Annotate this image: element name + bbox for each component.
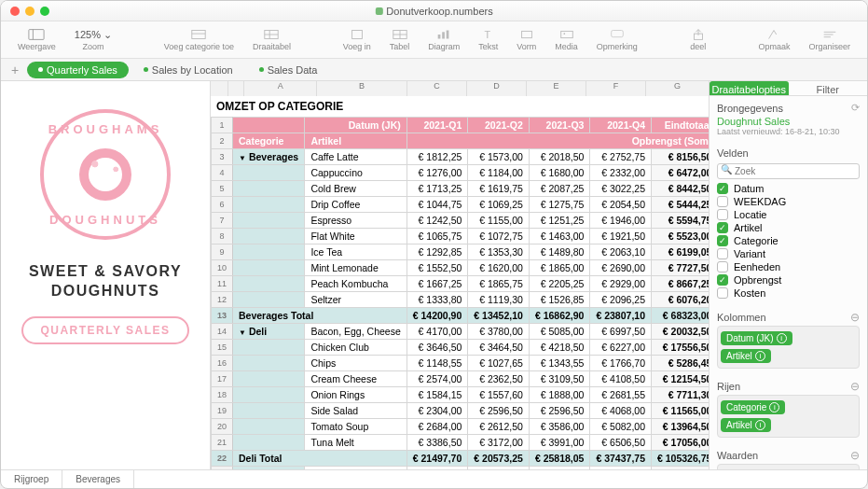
media-button[interactable]: Media xyxy=(555,28,578,51)
comment-button[interactable]: Opmerking xyxy=(597,28,638,51)
cell[interactable]: € 1065,75 xyxy=(406,229,468,244)
cell[interactable]: Opbrengst (Som) xyxy=(406,133,709,149)
add-category-button[interactable]: Voeg categorie toe xyxy=(164,28,234,51)
format-button[interactable]: Opmaak xyxy=(758,28,790,51)
cell[interactable]: € 2332,00 xyxy=(590,165,652,181)
cell[interactable]: € 1680,00 xyxy=(529,165,590,181)
cell[interactable]: € 1044,75 xyxy=(406,197,468,213)
cell[interactable]: € 2752,75 xyxy=(590,149,652,165)
cell[interactable] xyxy=(233,340,305,356)
fields-search-input[interactable] xyxy=(717,163,860,179)
cell[interactable]: € 5523,00 xyxy=(652,229,710,244)
minimize-icon[interactable] xyxy=(25,7,34,16)
cell[interactable]: € 3780,00 xyxy=(468,324,530,340)
cell[interactable]: € 1242,50 xyxy=(406,213,468,229)
footer-beverages[interactable]: Beverages xyxy=(62,470,134,488)
cell[interactable] xyxy=(233,181,305,197)
cell[interactable] xyxy=(233,276,305,292)
cell[interactable]: € 1184,00 xyxy=(468,165,530,181)
cell[interactable]: € 2087,25 xyxy=(529,181,590,197)
cell[interactable]: € 6199,05 xyxy=(652,244,710,260)
cell[interactable]: 2021-Q4 xyxy=(590,118,652,133)
cell[interactable]: Eindtotaal xyxy=(652,118,710,133)
cell[interactable] xyxy=(233,244,305,260)
refresh-icon[interactable]: ⟳ xyxy=(851,102,860,114)
shape-button[interactable]: Vorm xyxy=(517,28,536,51)
pill[interactable]: Artikel i xyxy=(721,349,771,363)
cell[interactable]: € 8442,50 xyxy=(652,181,710,197)
cell[interactable]: € 3586,00 xyxy=(529,419,590,435)
cell[interactable]: € 3991,00 xyxy=(529,435,590,451)
cell[interactable]: € 1946,00 xyxy=(590,213,652,229)
cell[interactable]: 2021-Q2 xyxy=(468,118,530,133)
cell[interactable]: € 1620,00 xyxy=(468,260,530,276)
cell[interactable]: Artikel xyxy=(305,133,406,149)
cell[interactable]: € 3172,00 xyxy=(468,435,530,451)
cell[interactable]: € 1251,25 xyxy=(529,213,590,229)
text-button[interactable]: T Tekst xyxy=(478,28,498,51)
cell[interactable]: € 3464,50 xyxy=(468,340,530,356)
cell[interactable]: € 2574,00 xyxy=(406,371,468,387)
cell[interactable]: € 4218,50 xyxy=(529,340,590,356)
field-variant[interactable]: Variant xyxy=(717,247,860,260)
cell[interactable]: Bacon, Egg, Cheese xyxy=(305,324,406,340)
cell[interactable]: € 2596,50 xyxy=(529,403,590,419)
footer-rowgroup[interactable]: Rijgroep xyxy=(1,470,62,488)
cell[interactable]: € 1667,25 xyxy=(406,276,468,292)
cell[interactable]: Ice Tea xyxy=(305,244,406,260)
field-kosten[interactable]: Kosten xyxy=(717,286,860,300)
cell[interactable]: € 17056,00 xyxy=(652,435,710,451)
add-sheet-button[interactable]: + xyxy=(7,63,23,77)
field-locatie[interactable]: Locatie xyxy=(717,208,860,221)
cell[interactable]: € 5444,25 xyxy=(652,197,710,213)
cell[interactable]: € 25818,05 xyxy=(529,451,590,467)
cell[interactable]: € 20573,25 xyxy=(468,451,530,467)
cell[interactable]: € 2684,00 xyxy=(406,419,468,435)
cell[interactable] xyxy=(233,435,305,451)
cell[interactable]: ▼Beverages xyxy=(233,149,305,165)
cell[interactable]: € 2054,50 xyxy=(590,197,652,213)
cell[interactable]: € 1552,50 xyxy=(406,260,468,276)
source-link[interactable]: Doughnut Sales xyxy=(717,116,860,127)
cell[interactable]: € 1148,55 xyxy=(406,356,468,371)
cell[interactable]: € 5085,00 xyxy=(529,324,590,340)
cell[interactable] xyxy=(233,260,305,276)
cell[interactable]: € 6472,00 xyxy=(652,165,710,181)
cell[interactable]: Datum (JK) xyxy=(305,118,406,133)
cell[interactable]: 2021-Q3 xyxy=(529,118,590,133)
field-eenheden[interactable]: Eenheden xyxy=(717,260,860,273)
col-header[interactable]: D xyxy=(466,81,526,96)
cell[interactable]: € 1865,75 xyxy=(468,276,530,292)
cell[interactable]: € 1489,80 xyxy=(529,244,590,260)
col-header[interactable]: B xyxy=(316,81,406,96)
columns-collapse-icon[interactable]: ⊖ xyxy=(850,311,860,324)
cell[interactable]: € 1463,00 xyxy=(529,229,590,244)
cell[interactable]: € 3109,50 xyxy=(529,371,590,387)
cell[interactable]: € 5594,75 xyxy=(652,213,710,229)
cell[interactable]: € 1072,75 xyxy=(468,229,530,244)
view-button[interactable]: Weergave xyxy=(18,28,56,51)
cell[interactable]: € 3646,50 xyxy=(406,340,468,356)
cell[interactable]: Tomato Soup xyxy=(305,419,406,435)
field-opbrengst[interactable]: ✓Opbrengst xyxy=(717,273,860,286)
cell[interactable]: € 6227,00 xyxy=(590,340,652,356)
cell[interactable]: € 1584,15 xyxy=(406,387,468,403)
cell[interactable] xyxy=(233,356,305,371)
close-icon[interactable] xyxy=(10,7,20,16)
cell[interactable]: € 4068,00 xyxy=(590,403,652,419)
cell[interactable] xyxy=(233,213,305,229)
share-button[interactable]: deel xyxy=(690,28,707,51)
cell[interactable]: € 1557,60 xyxy=(468,387,530,403)
values-collapse-icon[interactable]: ⊖ xyxy=(850,449,860,462)
cell[interactable]: € 2096,25 xyxy=(590,292,652,308)
sheet-tab[interactable]: Sales by Location xyxy=(132,62,244,78)
cell[interactable]: € 14200,90 xyxy=(406,308,468,324)
cell[interactable]: € 20032,50 xyxy=(652,324,710,340)
col-header[interactable]: F xyxy=(586,81,645,96)
pivot-button[interactable]: Draaitabel xyxy=(253,28,291,51)
cell[interactable]: Seltzer xyxy=(305,292,406,308)
cell[interactable]: € 1292,85 xyxy=(406,244,468,260)
field-categorie[interactable]: ✓Categorie xyxy=(717,234,860,247)
cell[interactable]: € 3022,25 xyxy=(590,181,652,197)
cell[interactable]: € 8667,25 xyxy=(652,276,710,292)
